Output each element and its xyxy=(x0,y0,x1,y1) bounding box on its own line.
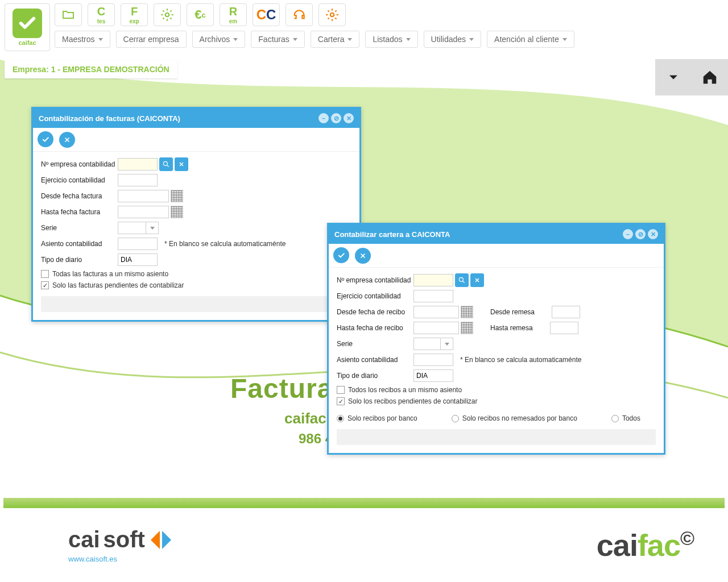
radio-solo-banco[interactable] xyxy=(337,415,344,422)
checkbox-solo-pendientes[interactable]: ✓ xyxy=(337,397,345,405)
menu-cartera[interactable]: Cartera xyxy=(311,31,360,48)
app-logo: caifac xyxy=(5,3,50,51)
label-chk-solo: Solo los recibos pendientes de contabili… xyxy=(348,397,477,405)
gear-orange-icon[interactable] xyxy=(318,3,346,26)
modal-titlebar[interactable]: Contabilizar cartera a CAICONTA – ⊘ ✕ xyxy=(329,225,664,244)
caifac-logo: caifac© xyxy=(597,527,694,563)
checkbox-solo-pendientes[interactable]: ✓ xyxy=(41,281,49,289)
menu-listados[interactable]: Listados xyxy=(365,31,417,48)
cc-icon[interactable]: CC xyxy=(253,3,280,26)
ok-button[interactable] xyxy=(333,247,349,263)
corner-dropdown-button[interactable] xyxy=(655,59,692,95)
c-tes-icon[interactable]: Ctes xyxy=(88,3,115,26)
company-bar: Empresa: 1 - EMPRESA DEMOSTRACIÓN xyxy=(5,60,177,78)
footer-band xyxy=(3,498,725,508)
home-icon[interactable] xyxy=(692,59,728,95)
topbar: caifac Ctes Fexp €c Rem CC Maestros Cerr… xyxy=(0,0,728,53)
modal-toolbar xyxy=(33,128,359,152)
label-ejercicio: Ejercicio contabilidad xyxy=(41,176,118,184)
minimize-icon[interactable]: – xyxy=(318,113,329,123)
svg-point-3 xyxy=(459,277,463,281)
checkbox-todas-facturas[interactable] xyxy=(41,270,49,278)
input-empresa[interactable] xyxy=(413,274,453,286)
input-ejercicio[interactable] xyxy=(118,174,158,186)
label-hasta-remesa: Hasta remesa xyxy=(490,324,533,332)
modal-titlebar[interactable]: Contabilización de facturas (CAICONTA) –… xyxy=(33,109,359,128)
calendar-icon[interactable] xyxy=(171,190,183,202)
r-em-icon[interactable]: Rem xyxy=(220,3,247,26)
caisoft-website: www.caisoft.es xyxy=(68,555,173,563)
calendar-icon[interactable] xyxy=(461,306,473,318)
label-hasta-fecha: Hasta fecha de recibo xyxy=(337,324,413,332)
input-hasta-remesa[interactable] xyxy=(550,322,578,334)
close-icon[interactable]: ✕ xyxy=(648,229,658,239)
footer-strip xyxy=(337,429,656,445)
clear-icon[interactable] xyxy=(470,273,484,287)
menu-facturas[interactable]: Facturas xyxy=(251,31,304,48)
chevron-down-icon[interactable] xyxy=(146,222,159,234)
menu-utilidades[interactable]: Utilidades xyxy=(424,31,481,48)
chevron-down-icon xyxy=(406,38,411,41)
calendar-icon[interactable] xyxy=(461,322,473,334)
input-desde-fecha[interactable] xyxy=(118,190,169,202)
input-serie[interactable] xyxy=(413,338,441,350)
input-hasta-fecha[interactable] xyxy=(118,206,169,218)
input-desde-fecha-recibo[interactable] xyxy=(413,306,459,318)
chevron-down-icon xyxy=(293,38,297,41)
chevron-down-icon xyxy=(562,38,567,41)
input-hasta-fecha-recibo[interactable] xyxy=(413,322,459,334)
arrows-icon xyxy=(148,529,173,551)
input-asiento[interactable] xyxy=(118,238,158,250)
cancel-button[interactable] xyxy=(355,248,371,264)
clear-icon[interactable] xyxy=(175,157,188,171)
chevron-down-icon[interactable] xyxy=(441,338,453,350)
cancel-button[interactable] xyxy=(59,132,75,148)
input-ejercicio[interactable] xyxy=(413,290,453,302)
menu-atencion[interactable]: Atención al cliente xyxy=(487,31,574,48)
label-ejercicio: Ejercicio contabilidad xyxy=(337,292,413,300)
disable-icon[interactable]: ⊘ xyxy=(331,113,341,123)
chevron-down-icon xyxy=(469,38,474,41)
menu-archivos[interactable]: Archivos xyxy=(192,31,246,48)
gear-icon[interactable] xyxy=(154,3,181,26)
search-icon[interactable] xyxy=(455,273,469,287)
input-asiento[interactable] xyxy=(413,354,453,366)
input-tipo-diario[interactable] xyxy=(413,369,453,382)
modal-title: Contabilizar cartera a CAICONTA xyxy=(334,230,621,239)
label-desde-fecha: Desde fecha de recibo xyxy=(337,308,413,316)
modal-toolbar xyxy=(329,244,664,268)
menu-maestros[interactable]: Maestros xyxy=(55,31,110,48)
label-tipo-diario: Tipo de diario xyxy=(41,256,118,264)
calendar-icon[interactable] xyxy=(171,206,183,218)
hint-asiento: * En blanco se calcula automaticaménte xyxy=(460,356,581,364)
checkbox-todos-recibos[interactable] xyxy=(337,386,345,394)
input-desde-remesa[interactable] xyxy=(552,306,580,318)
minimize-icon[interactable]: – xyxy=(623,229,633,239)
label-serie: Serie xyxy=(41,224,118,232)
label-tipo-diario: Tipo de diario xyxy=(337,372,413,380)
radio-no-remesados[interactable] xyxy=(452,415,459,422)
label-chk-solo: Solo las facturas pendientes de contabil… xyxy=(52,281,184,289)
caisoft-logo: caisoft www.caisoft.es xyxy=(68,527,173,563)
headset-icon[interactable] xyxy=(286,3,313,26)
disable-icon[interactable]: ⊘ xyxy=(635,229,646,239)
input-empresa[interactable] xyxy=(118,158,158,171)
f-exp-icon[interactable]: Fexp xyxy=(121,3,148,26)
chevron-down-icon xyxy=(98,38,103,41)
chevron-down-icon xyxy=(233,38,238,41)
label-empresa: Nº empresa contabilidad xyxy=(41,160,118,168)
folder-icon[interactable] xyxy=(55,3,82,26)
chevron-down-icon xyxy=(348,38,352,41)
radio-todos[interactable] xyxy=(611,415,619,422)
input-tipo-diario[interactable] xyxy=(118,253,158,266)
svg-point-2 xyxy=(163,161,167,165)
footer-strip xyxy=(41,296,351,312)
menu-cerrar-empresa[interactable]: Cerrar empresa xyxy=(116,31,187,48)
euro-c-icon[interactable]: €c xyxy=(187,3,214,26)
search-icon[interactable] xyxy=(159,157,173,171)
ok-button[interactable] xyxy=(38,131,53,147)
close-icon[interactable]: ✕ xyxy=(344,113,354,123)
check-icon xyxy=(13,9,42,38)
input-serie[interactable] xyxy=(118,222,146,234)
label-asiento: Asiento contabilidad xyxy=(41,240,118,248)
